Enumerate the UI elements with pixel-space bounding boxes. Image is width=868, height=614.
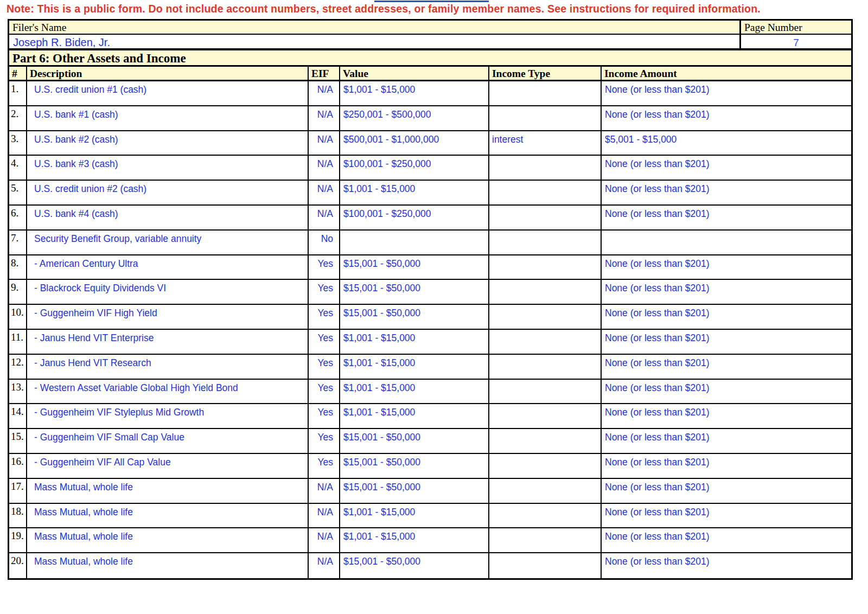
cell-eif: Yes — [308, 454, 339, 478]
cell-value: $1,001 - $15,000 — [339, 81, 488, 105]
cell-income-type — [488, 479, 601, 503]
cell-income-type — [488, 81, 601, 105]
cell-value: $15,001 - $50,000 — [339, 280, 488, 304]
cell-row-number: 17. — [9, 479, 26, 503]
cell-row-number: 13. — [9, 380, 26, 404]
cell-eif: Yes — [308, 305, 339, 329]
col-header-value: Value — [339, 67, 488, 80]
table-row: 7. Security Benefit Group, variable annu… — [9, 231, 851, 255]
cell-row-number: 3. — [9, 131, 26, 155]
cell-eif: N/A — [308, 106, 339, 130]
public-form-note: Note: This is a public form. Do not incl… — [7, 3, 853, 15]
cell-description: U.S. credit union #2 (cash) — [26, 181, 308, 204]
cell-row-number: 4. — [9, 156, 26, 180]
cell-eif: Yes — [308, 255, 339, 279]
cell-eif: N/A — [308, 181, 339, 204]
section-title-row: Part 6: Other Assets and Income — [9, 50, 851, 67]
cell-row-number: 19. — [9, 528, 26, 552]
cell-eif: N/A — [308, 504, 339, 528]
table-row: 2. U.S. bank #1 (cash) N/A $250,001 - $5… — [9, 106, 851, 131]
table-row: 1. U.S. credit union #1 (cash) N/A $1,00… — [9, 81, 851, 106]
cell-description: Mass Mutual, whole life — [26, 504, 308, 528]
cell-income-amount: None (or less than $201) — [601, 255, 851, 279]
cell-description: Security Benefit Group, variable annuity — [26, 231, 308, 254]
cell-income-amount: None (or less than $201) — [601, 305, 851, 329]
cell-value: $500,001 - $1,000,000 — [339, 131, 488, 155]
col-header-eif: EIF — [308, 67, 339, 80]
cell-income-amount: None (or less than $201) — [601, 330, 851, 354]
cell-income-amount: None (or less than $201) — [601, 429, 851, 453]
cell-description: - Janus Hend VIT Enterprise — [26, 330, 308, 354]
cell-income-type — [488, 553, 601, 578]
cell-eif: N/A — [308, 156, 339, 180]
cell-value: $100,001 - $250,000 — [339, 156, 488, 180]
cell-income-type — [488, 330, 601, 354]
cell-eif: N/A — [308, 131, 339, 155]
cell-income-type — [488, 528, 601, 552]
table-header-row: # Description EIF Value Income Type Inco… — [9, 67, 851, 81]
col-header-description: Description — [26, 67, 308, 80]
cell-income-amount: None (or less than $201) — [601, 206, 851, 229]
cell-eif: Yes — [308, 404, 339, 428]
cell-income-amount: None (or less than $201) — [601, 181, 851, 204]
cell-value: $250,001 - $500,000 — [339, 106, 488, 130]
page-number-label: Page Number — [739, 21, 851, 34]
cell-income-amount — [601, 231, 851, 254]
cell-description: - Guggenheim VIF Styleplus Mid Growth — [26, 404, 308, 428]
cell-value: $15,001 - $50,000 — [339, 553, 488, 578]
cell-income-type — [488, 280, 601, 304]
cell-value: $1,001 - $15,000 — [339, 504, 488, 528]
cell-description: - Guggenheim VIF Small Cap Value — [26, 429, 308, 453]
table-row: 18. Mass Mutual, whole life N/A $1,001 -… — [9, 504, 851, 529]
table-row: 6. U.S. bank #4 (cash) N/A $100,001 - $2… — [9, 206, 851, 231]
cell-income-amount: $5,001 - $15,000 — [601, 131, 851, 155]
cell-description: U.S. bank #3 (cash) — [26, 156, 308, 180]
cell-eif: No — [308, 231, 339, 254]
cell-income-type — [488, 156, 601, 180]
cell-income-amount: None (or less than $201) — [601, 404, 851, 428]
cell-row-number: 12. — [9, 355, 26, 379]
cell-income-amount: None (or less than $201) — [601, 504, 851, 528]
cell-row-number: 10. — [9, 305, 26, 329]
cell-value: $15,001 - $50,000 — [339, 255, 488, 279]
col-header-number: # — [9, 67, 26, 80]
cell-description: Mass Mutual, whole life — [26, 553, 308, 578]
cell-description: - Guggenheim VIF All Cap Value — [26, 454, 308, 478]
cell-eif: Yes — [308, 380, 339, 404]
cell-value: $1,001 - $15,000 — [339, 355, 488, 379]
filer-name-value: Joseph R. Biden, Jr. — [9, 35, 739, 48]
cell-value: $15,001 - $50,000 — [339, 454, 488, 478]
link-underline — [374, 1, 489, 2]
cell-eif: N/A — [308, 81, 339, 105]
cell-value: $15,001 - $50,000 — [339, 429, 488, 453]
cell-income-type — [488, 231, 601, 254]
cell-eif: Yes — [308, 355, 339, 379]
cell-row-number: 5. — [9, 181, 26, 204]
cell-income-amount: None (or less than $201) — [601, 106, 851, 130]
cell-income-type — [488, 255, 601, 279]
cell-row-number: 6. — [9, 206, 26, 229]
cell-row-number: 11. — [9, 330, 26, 354]
cell-eif: N/A — [308, 479, 339, 503]
cell-income-amount: None (or less than $201) — [601, 454, 851, 478]
col-header-income-amount: Income Amount — [601, 67, 851, 80]
cell-eif: Yes — [308, 330, 339, 354]
cell-income-type — [488, 206, 601, 229]
table-body: 1. U.S. credit union #1 (cash) N/A $1,00… — [9, 81, 851, 578]
cell-eif: N/A — [308, 553, 339, 578]
cell-income-type — [488, 380, 601, 404]
cell-value: $1,001 - $15,000 — [339, 528, 488, 552]
cell-description: - Blackrock Equity Dividends VI — [26, 280, 308, 304]
cell-income-amount: None (or less than $201) — [601, 280, 851, 304]
cell-value: $1,001 - $15,000 — [339, 330, 488, 354]
cell-row-number: 9. — [9, 280, 26, 304]
table-row: 9. - Blackrock Equity Dividends VI Yes $… — [9, 280, 851, 305]
cell-income-type — [488, 355, 601, 379]
cell-income-type — [488, 504, 601, 528]
table-row: 20. Mass Mutual, whole life N/A $15,001 … — [9, 553, 851, 578]
cell-row-number: 1. — [9, 81, 26, 105]
cell-income-type — [488, 106, 601, 130]
cell-row-number: 16. — [9, 454, 26, 478]
table-row: 15. - Guggenheim VIF Small Cap Value Yes… — [9, 429, 851, 454]
cell-value: $15,001 - $50,000 — [339, 479, 488, 503]
